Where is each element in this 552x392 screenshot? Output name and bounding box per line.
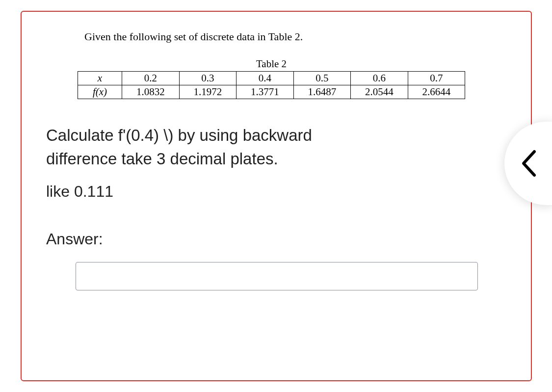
table-row: x 0.2 0.3 0.4 0.5 0.6 0.7 [78, 72, 465, 85]
data-table-wrap: Table 2 x 0.2 0.3 0.4 0.5 0.6 0.7 f(x) 1… [78, 58, 465, 99]
question-line: difference take 3 decimal plates. [46, 150, 278, 168]
question-card: Given the following set of discrete data… [21, 11, 532, 381]
cell-x: 0.2 [122, 72, 180, 85]
question-line: Calculate f'(0.4) \) by using backward [46, 126, 312, 144]
table-row: f(x) 1.0832 1.1972 1.3771 1.6487 2.0544 … [78, 85, 465, 99]
question-text: Calculate f'(0.4) \) by using backward d… [46, 124, 506, 171]
cell-x: 0.4 [237, 72, 294, 85]
cell-fx: 1.6487 [293, 85, 351, 99]
row-header-fx: f(x) [78, 85, 122, 99]
cell-fx: 2.6644 [408, 85, 465, 99]
answer-label: Answer: [46, 230, 506, 248]
cell-x: 0.6 [351, 72, 408, 85]
cell-fx: 1.3771 [237, 85, 294, 99]
chevron-left-icon [520, 149, 538, 178]
cell-x: 0.3 [179, 72, 237, 85]
cell-fx: 1.0832 [122, 85, 180, 99]
example-format: like 0.111 [46, 183, 506, 201]
row-header-x: x [78, 72, 122, 85]
cell-x: 0.5 [293, 72, 351, 85]
cell-x: 0.7 [408, 72, 465, 85]
cell-fx: 2.0544 [351, 85, 408, 99]
intro-text: Given the following set of discrete data… [84, 30, 506, 43]
data-table: x 0.2 0.3 0.4 0.5 0.6 0.7 f(x) 1.0832 1.… [78, 71, 465, 99]
cell-fx: 1.1972 [179, 85, 237, 99]
table-caption: Table 2 [78, 58, 465, 70]
answer-input[interactable] [76, 262, 478, 290]
